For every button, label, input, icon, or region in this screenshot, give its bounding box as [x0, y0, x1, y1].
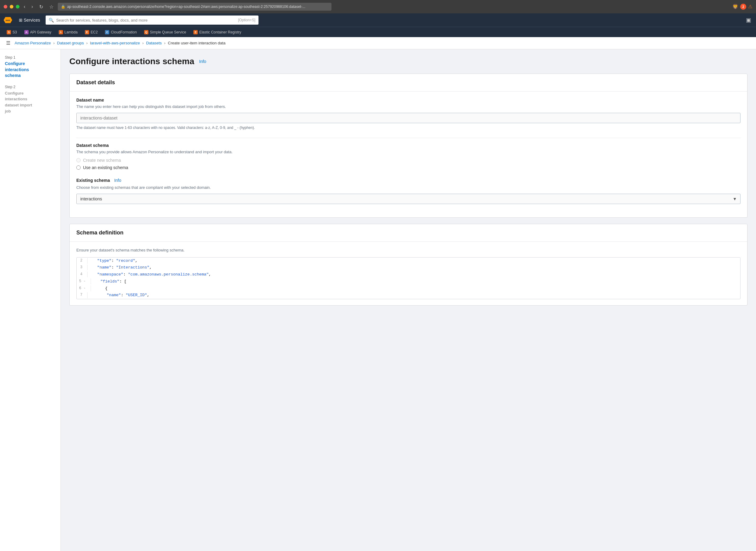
services-button[interactable]: ⊞ Services	[16, 16, 43, 24]
bookmarks-bar: S S3 A API Gateway λ Lambda E EC2 C Clou…	[0, 27, 756, 37]
menu-icon[interactable]: ☰	[6, 40, 10, 46]
code-line-7: 7 "name": "USER_ID",	[77, 292, 740, 299]
dataset-name-label: Dataset name	[76, 98, 740, 102]
apigw-label: API Gateway	[30, 30, 51, 34]
divider-1	[76, 138, 740, 138]
browser-maximize-btn[interactable]	[16, 5, 19, 9]
line-num-4: 4	[77, 271, 88, 277]
search-bar[interactable]: 🔍 [Option+S]	[46, 15, 258, 25]
lambda-label: Lambda	[64, 30, 78, 34]
schema-definition-card: Schema definition Ensure your dataset's …	[69, 224, 747, 306]
services-label: Services	[24, 18, 40, 22]
cf-label: CloudFormation	[111, 30, 136, 34]
line-num-7: 7	[77, 292, 88, 298]
brave-badge: 2	[740, 4, 746, 10]
cf-icon: C	[105, 30, 109, 34]
dataset-name-input[interactable]	[76, 113, 740, 123]
dataset-name-section: Dataset name The name you enter here can…	[76, 98, 740, 130]
alert-icon: ⚠	[748, 4, 752, 10]
bookmark-sqs[interactable]: Q Simple Queue Service	[141, 29, 189, 36]
step1-title: Configureinteractionsschema	[5, 61, 56, 79]
step2-group: Step 2 Configureinteractionsdataset impo…	[0, 85, 60, 120]
dataset-name-note: The dataset name must have 1-63 characte…	[76, 125, 740, 130]
breadcrumb-sep-3: ›	[142, 41, 143, 45]
dataset-schema-label: Dataset schema	[76, 143, 740, 148]
apigw-icon: A	[24, 30, 29, 34]
browser-chrome: ‹ › ↻ ☆ 🔒 ap-southeast-2.console.aws.ama…	[0, 0, 756, 13]
schema-radio-existing[interactable]: Use an existing schema	[76, 165, 740, 170]
breadcrumb-laravel[interactable]: laravel-with-aws-personalize	[90, 41, 140, 45]
search-input[interactable]	[56, 18, 236, 22]
line-content-2: "type": "record",	[88, 258, 137, 264]
sqs-icon: Q	[144, 30, 148, 34]
card-header-dataset: Dataset details	[70, 74, 747, 91]
line-content-7: "name": "USER_ID",	[88, 292, 149, 299]
existing-schema-label: Existing schema Info	[76, 177, 740, 183]
top-nav-actions: ▣	[745, 15, 752, 25]
bookmark-ec2[interactable]: E EC2	[82, 29, 101, 36]
bookmark-lambda[interactable]: λ Lambda	[56, 29, 81, 36]
step1-label: Step 1	[5, 55, 56, 60]
browser-forward-btn[interactable]: ›	[29, 3, 35, 10]
schema-radio-existing-label: Use an existing schema	[83, 165, 128, 170]
breadcrumb-bar: ☰ Amazon Personalize › Dataset groups › …	[0, 37, 756, 49]
sqs-label: Simple Queue Service	[150, 30, 186, 34]
card-header-schema: Schema definition	[70, 224, 747, 242]
schema-radio-new[interactable]: Create new schema	[76, 158, 740, 163]
line-num-6: 6 -	[77, 286, 91, 291]
terminal-icon[interactable]: ▣	[745, 15, 752, 25]
bookmark-cloudformation[interactable]: C CloudFormation	[102, 29, 140, 36]
line-num-2: 2	[77, 258, 88, 263]
breadcrumb-sep-4: ›	[164, 41, 165, 45]
schema-radio-existing-input[interactable]	[76, 165, 81, 170]
browser-reload-btn[interactable]: ↻	[37, 3, 45, 10]
lock-icon: 🔒	[61, 5, 65, 9]
sidebar: Step 1 Configureinteractionsschema Step …	[0, 49, 61, 551]
breadcrumb-personalize[interactable]: Amazon Personalize	[15, 41, 51, 45]
schema-definition-title: Schema definition	[76, 229, 740, 236]
browser-minimize-btn[interactable]	[10, 5, 13, 9]
code-line-4: 4 "namespace": "com.amazonaws.personaliz…	[77, 271, 740, 278]
browser-bookmark-btn[interactable]: ☆	[47, 3, 55, 10]
top-nav: aws ⊞ Services 🔍 [Option+S] ▣	[0, 13, 756, 27]
breadcrumb-dataset-groups[interactable]: Dataset groups	[57, 41, 84, 45]
step1-group: Step 1 Configureinteractionsschema	[0, 55, 60, 85]
content-area: Step 1 Configureinteractionsschema Step …	[0, 49, 756, 551]
bookmark-ecr[interactable]: E Elastic Container Registry	[190, 29, 244, 36]
line-num-5: 5 -	[77, 279, 91, 284]
bookmark-apigw[interactable]: A API Gateway	[21, 29, 54, 36]
app-shell: ☰ Amazon Personalize › Dataset groups › …	[0, 37, 756, 551]
aws-logo: aws	[4, 17, 12, 23]
existing-schema-desc: Choose from existing schemas that are co…	[76, 184, 740, 191]
code-block: 2 "type": "record", 3 "name": "Interacti…	[76, 257, 740, 300]
code-line-2: 2 "type": "record",	[77, 257, 740, 264]
address-bar[interactable]: 🔒 ap-southeast-2.console.aws.amazon.com/…	[58, 3, 331, 11]
url-text: ap-southeast-2.console.aws.amazon.com/pe…	[67, 5, 305, 9]
existing-schema-select[interactable]: interactions	[76, 194, 740, 204]
lambda-icon: λ	[59, 30, 63, 34]
breadcrumb-datasets[interactable]: Datasets	[146, 41, 161, 45]
code-line-3: 3 "name": "Interactions",	[77, 264, 740, 271]
browser-close-btn[interactable]	[4, 5, 7, 9]
line-content-3: "name": "Interactions",	[88, 264, 152, 271]
existing-schema-select-wrapper: interactions ▼	[76, 194, 740, 204]
s3-icon: S	[7, 30, 11, 34]
aws-logo-mark: aws	[4, 17, 12, 23]
existing-schema-info-btn[interactable]: Info	[113, 177, 122, 183]
line-content-4: "namespace": "com.amazonaws.personalize.…	[88, 271, 211, 278]
dataset-schema-desc: The schema you provide allows Amazon Per…	[76, 149, 740, 155]
bookmark-s3[interactable]: S S3	[4, 29, 20, 36]
existing-schema-section: Existing schema Info Choose from existin…	[76, 177, 740, 204]
schema-radio-new-input[interactable]	[76, 158, 81, 162]
schema-radio-new-label: Create new schema	[83, 158, 121, 163]
line-content-6: {	[91, 286, 108, 292]
page-title-row: Configure interactions schema Info	[69, 57, 747, 66]
dataset-name-desc: The name you enter here can help you dis…	[76, 104, 740, 110]
code-scroll[interactable]: 2 "type": "record", 3 "name": "Interacti…	[77, 257, 740, 299]
breadcrumb-sep-1: ›	[53, 41, 54, 45]
page-info-button[interactable]: Info	[198, 58, 207, 64]
dataset-details-title: Dataset details	[76, 79, 740, 86]
brave-shield-icon: 🦁	[732, 4, 738, 10]
step2-sub: Configureinteractionsdataset importjob	[5, 91, 32, 113]
browser-back-btn[interactable]: ‹	[22, 3, 27, 10]
